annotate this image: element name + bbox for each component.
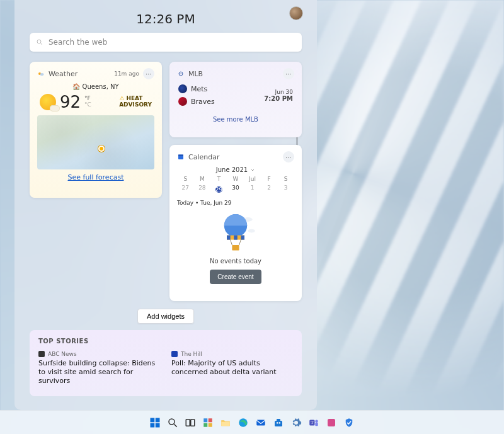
mlb-game-time: Jun 30 7:20 PM (264, 89, 293, 102)
mets-logo-icon (178, 84, 187, 93)
calendar-more-button[interactable]: ⋯ (283, 151, 294, 163)
calendar-title: Calendar (188, 153, 219, 161)
story-headline: Poll: Majority of US adults concerned ab… (171, 359, 293, 377)
svg-rect-19 (151, 423, 155, 427)
mlb-more-button[interactable]: ⋯ (283, 68, 294, 79)
svg-rect-18 (156, 418, 160, 422)
mail-button[interactable] (254, 416, 268, 430)
mlb-title: MLB (188, 70, 203, 78)
weather-widget[interactable]: Weather 11m ago ⋯ 🏠 Queens, NY 92 °F°C (30, 62, 162, 198)
weather-location: 🏠 Queens, NY (37, 83, 154, 90)
svg-rect-29 (221, 421, 230, 426)
svg-rect-11 (227, 236, 231, 240)
widgets-button[interactable] (201, 416, 215, 430)
weather-map[interactable] (37, 115, 154, 169)
svg-rect-17 (151, 418, 155, 422)
see-full-forecast-link[interactable]: See full forecast (37, 173, 154, 181)
svg-point-38 (315, 420, 318, 423)
source-icon (38, 351, 45, 357)
svg-rect-40 (328, 419, 335, 426)
svg-rect-27 (203, 423, 207, 426)
svg-rect-25 (203, 418, 207, 422)
svg-point-0 (37, 40, 41, 43)
svg-rect-31 (256, 420, 265, 425)
sports-icon (177, 70, 185, 77)
svg-rect-16 (232, 245, 239, 250)
search-input[interactable]: Search the web (30, 33, 302, 52)
store-button[interactable] (272, 416, 285, 430)
weather-more-button[interactable]: ⋯ (143, 68, 154, 79)
svg-rect-6 (178, 155, 183, 156)
security-button[interactable] (342, 416, 356, 430)
mlb-widget[interactable]: MLB ⋯ Mets Braves Jun 30 7:20 PM See mor… (169, 62, 302, 137)
weather-time-ago: 11m ago (114, 71, 139, 77)
mlb-team-row: Mets (178, 84, 215, 93)
settings-button[interactable] (289, 416, 303, 430)
widgets-panel: 12:26 PM Search the web Weather 11m ago … (14, 0, 317, 410)
calendar-week-row[interactable]: SMTWJulFS 27282930123 (177, 176, 294, 196)
chevron-down-icon (250, 168, 255, 173)
app-button[interactable] (324, 416, 338, 430)
weather-units[interactable]: °F°C (84, 96, 91, 108)
top-stories-heading: TOP STORIES (38, 338, 293, 345)
mlb-team-row: Braves (178, 97, 215, 106)
braves-logo-icon (178, 97, 187, 106)
calendar-icon (177, 153, 185, 161)
svg-rect-23 (186, 419, 190, 426)
svg-rect-39 (315, 423, 318, 426)
edge-button[interactable] (236, 416, 250, 430)
svg-rect-35 (279, 422, 280, 423)
weather-advisory: ⚠ HEATADVISORY (119, 96, 152, 108)
svg-point-8 (248, 229, 255, 233)
story-item[interactable]: ABC News Surfside building collapse: Bid… (38, 351, 160, 385)
story-item[interactable]: The Hill Poll: Majority of US adults con… (171, 351, 293, 385)
svg-line-14 (231, 240, 232, 245)
create-event-button[interactable]: Create event (210, 270, 261, 284)
calendar-today: 29 (215, 186, 222, 193)
weather-icon (37, 70, 45, 77)
top-stories-widget[interactable]: TOP STORIES ABC News Surfside building c… (30, 330, 302, 396)
add-widgets-button[interactable]: Add widgets (137, 309, 194, 324)
search-button[interactable] (166, 416, 180, 430)
svg-line-22 (174, 424, 177, 427)
balloon-illustration (214, 210, 258, 254)
explorer-button[interactable] (219, 416, 232, 430)
map-pin-icon (98, 146, 105, 152)
svg-rect-20 (156, 423, 160, 427)
calendar-widget[interactable]: Calendar ⋯ June 2021 SMTWJulFS 272829301… (169, 145, 302, 301)
taskbar[interactable]: T (0, 410, 504, 434)
start-button[interactable] (148, 416, 162, 430)
svg-rect-12 (234, 236, 238, 240)
svg-rect-34 (277, 422, 278, 423)
svg-rect-13 (241, 236, 244, 240)
svg-line-15 (239, 240, 241, 245)
svg-point-21 (169, 419, 175, 425)
story-source: The Hill (181, 351, 202, 357)
task-view-button[interactable] (183, 416, 197, 430)
calendar-today-label: Today • Tue, Jun 29 (177, 200, 294, 206)
svg-line-1 (41, 43, 43, 45)
source-icon (171, 351, 178, 357)
clock: 12:26 PM (30, 11, 302, 26)
svg-point-3 (40, 73, 44, 76)
search-placeholder: Search the web (49, 38, 107, 47)
calendar-no-events: No events today (177, 258, 294, 265)
svg-rect-26 (209, 418, 212, 422)
calendar-month-picker[interactable]: June 2021 (177, 166, 294, 173)
svg-rect-28 (209, 423, 212, 426)
svg-rect-33 (277, 419, 280, 421)
story-headline: Surfside building collapse: Bidens to vi… (38, 359, 160, 385)
weather-title: Weather (49, 70, 77, 78)
search-icon (36, 38, 43, 46)
teams-button[interactable]: T (307, 416, 321, 430)
see-more-mlb-link[interactable]: See more MLB (177, 116, 294, 123)
user-avatar[interactable] (289, 6, 303, 20)
svg-rect-32 (275, 421, 282, 426)
sun-icon (40, 94, 56, 110)
story-source: ABC News (48, 351, 77, 357)
weather-temperature: 92 (60, 93, 81, 111)
svg-rect-24 (191, 419, 195, 426)
